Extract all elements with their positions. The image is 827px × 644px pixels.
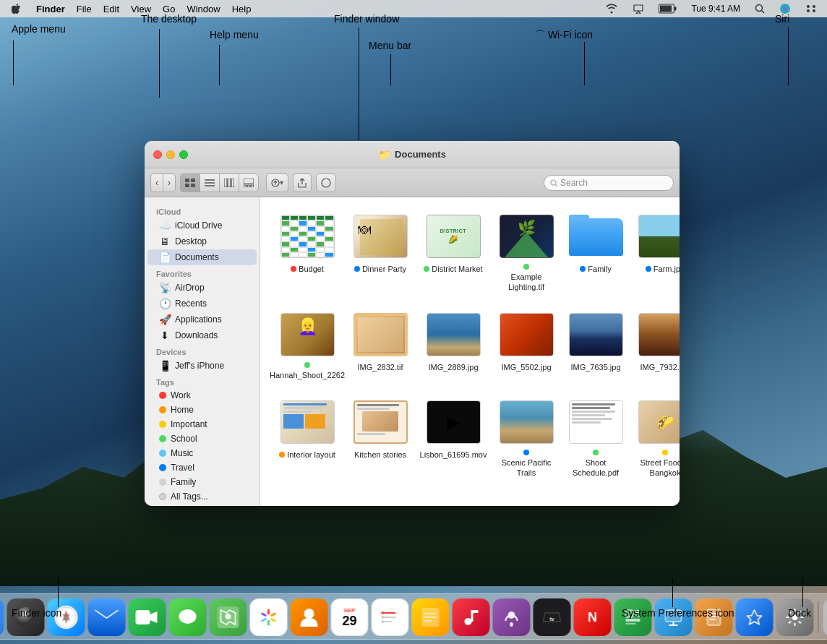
file-dinner-party[interactable]: 🍽 Dinner Party <box>348 209 412 296</box>
sidebar-tag-home[interactable]: Home <box>147 403 257 417</box>
svg-rect-77 <box>708 609 721 625</box>
svg-rect-21 <box>244 185 247 187</box>
close-button[interactable] <box>153 150 162 159</box>
maximize-button[interactable] <box>179 150 188 159</box>
view-menu[interactable]: View <box>125 0 157 17</box>
sidebar-tag-important[interactable]: Important <box>147 417 257 432</box>
sidebar-downloads[interactable]: ⬇ Downloads <box>147 327 257 343</box>
district-market-label: District Market <box>424 264 482 274</box>
dock-mail[interactable] <box>88 598 126 636</box>
sidebar-tag-all[interactable]: All Tags... <box>147 489 257 504</box>
forward-button[interactable]: › <box>163 173 176 192</box>
dock-calendar[interactable]: SEP 29 <box>331 598 369 636</box>
file-kitchen-stories[interactable]: Kitchen stories <box>348 395 412 481</box>
column-view-button[interactable] <box>219 173 239 192</box>
sidebar-airdrop-label: AirDrop <box>175 283 205 293</box>
svg-text:N: N <box>588 610 597 624</box>
file-example-lighting[interactable]: 🌿 Example Lighting.tif <box>494 209 558 296</box>
sidebar-tag-travel[interactable]: Travel <box>147 460 257 475</box>
file-scenic-pacific[interactable]: Scenic Pacific Trails <box>494 395 558 481</box>
sidebar-applications[interactable]: 🚀 Applications <box>147 312 257 327</box>
dock-maps[interactable] <box>210 598 247 636</box>
file-lisbon[interactable]: ▶ Lisbon_61695.mov <box>418 395 489 481</box>
dock-pages[interactable] <box>695 598 733 636</box>
sidebar-recents[interactable]: 🕐 Recents <box>147 296 257 312</box>
file-img2832[interactable]: IMG_2832.tif <box>348 307 412 383</box>
favorites-header: Favorites <box>145 265 260 280</box>
sidebar-tag-music[interactable]: Music <box>147 446 257 460</box>
tag-button[interactable] <box>316 173 336 192</box>
file-hannah-shoot[interactable]: 👱‍♀️ Hannah_Shoot_2262 <box>272 307 343 383</box>
sidebar-tag-work[interactable]: Work <box>147 388 257 403</box>
file-district-market[interactable]: DISTRICT 🌽 District Market <box>418 209 489 296</box>
go-menu[interactable]: Go <box>157 0 181 17</box>
wifi-icon[interactable] <box>601 0 622 17</box>
dock-messages[interactable] <box>169 598 207 636</box>
file-img5502[interactable]: IMG_5502.jpg <box>494 307 558 383</box>
dock-facetime[interactable] <box>129 598 166 636</box>
dock-reminders[interactable] <box>372 598 409 636</box>
dock-launchpad[interactable] <box>7 598 45 636</box>
dock-photos[interactable] <box>250 598 288 636</box>
dock-appstore[interactable] <box>736 598 774 636</box>
dock-news[interactable]: N <box>574 598 612 636</box>
sidebar-tag-family[interactable]: Family <box>147 475 257 489</box>
interior-dot <box>279 452 285 458</box>
list-view-button[interactable] <box>200 173 219 192</box>
back-button[interactable]: ‹ <box>150 173 163 192</box>
icon-view-button[interactable] <box>180 173 200 192</box>
spotlight-icon[interactable] <box>750 0 769 17</box>
file-shoot-schedule[interactable]: Shoot Schedule.pdf <box>564 395 627 481</box>
file-img7635[interactable]: IMG_7635.jpg <box>564 307 627 383</box>
svg-rect-73 <box>626 623 636 624</box>
travel-dot <box>159 464 166 471</box>
dock-contacts[interactable] <box>291 598 328 636</box>
file-budget[interactable]: Budget <box>272 209 343 296</box>
edit-menu[interactable]: Edit <box>98 0 125 17</box>
minimize-button[interactable] <box>166 150 175 159</box>
action-button[interactable]: ▾ <box>266 173 288 192</box>
sidebar-icloud-drive[interactable]: ☁️ iCloud Drive <box>147 218 257 233</box>
gallery-view-button[interactable] <box>239 173 259 192</box>
sidebar-tag-school[interactable]: School <box>147 432 257 446</box>
file-street-food[interactable]: 🌮 Street Food in Bangkok <box>633 395 680 481</box>
sidebar-airdrop[interactable]: 📡 AirDrop <box>147 280 257 296</box>
file-img7932[interactable]: IMG_7932.jpg <box>633 307 680 383</box>
file-interior-layout[interactable]: Interior layout <box>272 395 343 481</box>
search-bar[interactable]: Search <box>544 175 674 191</box>
svg-point-42 <box>179 609 197 624</box>
battery-icon[interactable] <box>654 0 681 17</box>
dinner-party-thumb: 🍽 <box>351 212 409 261</box>
svg-rect-64 <box>471 610 479 613</box>
dock-safari[interactable] <box>48 598 85 636</box>
svg-point-81 <box>792 614 798 620</box>
dock-finder[interactable] <box>0 598 4 636</box>
dock-music[interactable] <box>453 598 490 636</box>
district-market-dot <box>424 266 429 272</box>
dock-appletv[interactable]: tv <box>534 598 571 636</box>
sidebar-iphone[interactable]: 📱 Jeff's iPhone <box>147 358 257 374</box>
sidebar-desktop[interactable]: 🖥 Desktop <box>147 233 257 249</box>
dock-trash[interactable] <box>823 598 828 636</box>
dock-numbers[interactable] <box>614 598 652 636</box>
share-button[interactable] <box>293 173 312 192</box>
sidebar-documents[interactable]: 📄 Documents <box>147 249 257 265</box>
apple-menu[interactable] <box>6 0 27 17</box>
finder-menu[interactable]: Finder <box>30 0 71 17</box>
control-center-icon[interactable] <box>801 0 821 17</box>
airplay-icon[interactable] <box>628 0 648 17</box>
dock-notes[interactable] <box>412 598 450 636</box>
dock-podcasts[interactable] <box>493 598 531 636</box>
window-menu[interactable]: Window <box>181 0 226 17</box>
traffic-lights <box>153 150 188 159</box>
file-img2889[interactable]: IMG_2889.jpg <box>418 307 489 383</box>
dock-keynote[interactable] <box>655 598 693 636</box>
file-menu[interactable]: File <box>71 0 98 17</box>
shoot-thumb <box>567 398 625 447</box>
help-menu[interactable]: Help <box>226 0 257 17</box>
example-lighting-label: Example Lighting.tif <box>497 264 555 293</box>
siri-icon[interactable] <box>775 0 795 17</box>
dock-system-preferences[interactable] <box>776 598 814 636</box>
file-family-folder[interactable]: Family <box>564 209 627 296</box>
file-farm[interactable]: 👤 Farm.jpg <box>633 209 680 296</box>
